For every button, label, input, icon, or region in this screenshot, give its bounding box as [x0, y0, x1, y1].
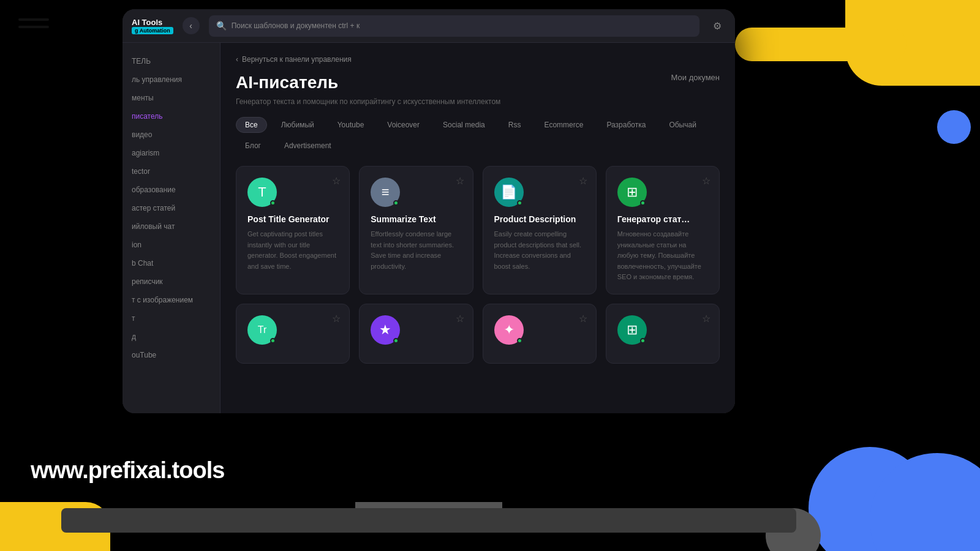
page-header: AI-писатель Мои докумен [236, 73, 720, 92]
card-icon-row2-1: Tr [247, 315, 277, 345]
hamburger-line-2 [18, 26, 49, 28]
card-icon-doc: 📄 [500, 184, 517, 200]
active-dot-1 [270, 200, 276, 206]
tab-custom[interactable]: Обычай [660, 117, 705, 133]
tab-rss[interactable]: Rss [499, 117, 530, 133]
card-title-product: Product Description [494, 214, 585, 224]
cards-grid-row1: ☆ T Post Title Generator Get captivating… [236, 166, 720, 294]
bg-blue-circle-top [937, 110, 971, 144]
star-icon-5[interactable]: ☆ [332, 313, 341, 324]
sidebar-item-image-chat[interactable]: т с изображением [123, 291, 220, 309]
star-icon-8[interactable]: ☆ [702, 313, 710, 324]
back-arrow-button[interactable]: ‹ [183, 17, 200, 34]
card-icon-grid: ⊞ [627, 184, 638, 200]
card-icon-sparkle: ✦ [503, 322, 514, 338]
card-row2-3[interactable]: ☆ ✦ [483, 304, 597, 364]
star-icon-6[interactable]: ☆ [456, 313, 464, 324]
sidebar-item-youtube[interactable]: ouTube [123, 346, 220, 364]
laptop-frame: AI Tools g Automation ‹ 🔍 Поиск шаблонов… [123, 9, 735, 413]
card-icon-row2-3: ✦ [494, 315, 524, 345]
card-icon-star: ★ [379, 322, 391, 338]
tab-blog[interactable]: Блог [236, 138, 270, 154]
tab-social-media[interactable]: Social media [434, 117, 494, 133]
app-logo-title: AI Tools [132, 18, 173, 27]
sidebar-item-image[interactable]: образование [123, 181, 220, 199]
card-icon-tr: Tr [258, 324, 267, 335]
star-icon-2[interactable]: ☆ [456, 175, 464, 187]
card-product-desc[interactable]: ☆ 📄 Product Description Easily create co… [483, 166, 597, 294]
back-chevron: ‹ [236, 55, 238, 64]
active-dot-2 [393, 200, 399, 206]
sidebar-item-0[interactable]: ТЕЛЬ [123, 52, 220, 70]
card-icon-post-title: T [247, 178, 277, 207]
card-desc-post-title: Get captivating post titles instantly wi… [247, 229, 338, 272]
card-icon-row2-4: ⊞ [617, 315, 647, 345]
sidebar-item-webchat[interactable]: b Chat [123, 254, 220, 272]
card-desc-article: Мгновенно создавайте уникальные статьи н… [617, 229, 708, 283]
card-row2-4[interactable]: ☆ ⊞ [606, 304, 720, 364]
card-icon-grid2: ⊞ [627, 322, 638, 338]
bg-yellow-pill [735, 28, 907, 61]
hamburger-menu[interactable] [18, 18, 49, 28]
card-title-summarize: Summarize Text [371, 214, 461, 224]
tab-all[interactable]: Все [236, 117, 267, 133]
my-docs-button[interactable]: Мои докумен [671, 73, 720, 82]
card-row2-1[interactable]: ☆ Tr [236, 304, 350, 364]
tab-youtube[interactable]: Youtube [328, 117, 374, 133]
app-logo-subtitle: g Automation [132, 27, 173, 34]
active-dot-4 [640, 200, 646, 206]
card-desc-product: Easily create compelling product descrip… [494, 229, 585, 272]
star-icon-4[interactable]: ☆ [702, 175, 710, 187]
tab-ecommerce[interactable]: Ecommerce [535, 117, 592, 133]
search-bar[interactable]: 🔍 Поиск шаблонов и документен ctrl + к [209, 15, 699, 37]
sidebar-item-1[interactable]: ль управления [123, 70, 220, 89]
tab-development[interactable]: Разработка [597, 117, 655, 133]
card-icon-letter-t: T [258, 184, 266, 200]
card-title-article: Генератор стат… [617, 214, 708, 224]
search-placeholder: Поиск шаблонов и документен ctrl + к [232, 21, 360, 30]
card-article-gen[interactable]: ☆ ⊞ Генератор стат… Мгновенно создавайте… [606, 166, 720, 294]
card-icon-summarize: ≡ [371, 178, 400, 207]
laptop-base [61, 508, 796, 533]
search-icon: 🔍 [216, 21, 227, 31]
website-url: www.prefixai.tools [31, 457, 224, 484]
sidebar-item-style-chat[interactable]: ийловый чат [123, 217, 220, 236]
page-subtitle: Генератор текста и помощник по копирайти… [236, 97, 720, 106]
star-icon-7[interactable]: ☆ [579, 313, 587, 324]
back-to-dashboard[interactable]: ‹ Вернуться к панели управления [236, 55, 720, 64]
sidebar-item-t[interactable]: т [123, 309, 220, 328]
sidebar-item-video[interactable]: видео [123, 126, 220, 144]
app-chrome: AI Tools g Automation ‹ 🔍 Поиск шаблонов… [123, 9, 735, 413]
sidebar-item-ion[interactable]: ion [123, 236, 220, 254]
filter-tabs: Все Любимый Youtube Voiceover Social med… [236, 117, 720, 154]
star-icon-3[interactable]: ☆ [579, 175, 587, 187]
app-body: ТЕЛЬ ль управления менты писатель видео … [123, 43, 735, 413]
tab-voiceover[interactable]: Voiceover [378, 117, 429, 133]
top-bar: AI Tools g Automation ‹ 🔍 Поиск шаблонов… [123, 9, 735, 43]
sidebar-item-detector[interactable]: tector [123, 162, 220, 181]
card-post-title[interactable]: ☆ T Post Title Generator Get captivating… [236, 166, 350, 294]
sidebar-item-repischeck[interactable]: реписчик [123, 272, 220, 291]
tab-advertisement[interactable]: Advertisement [275, 138, 341, 154]
sidebar-item-writer[interactable]: писатель [123, 107, 220, 126]
active-dot-7 [517, 338, 522, 343]
settings-icon[interactable]: ⚙ [709, 17, 726, 34]
sidebar-item-2[interactable]: менты [123, 89, 220, 107]
active-dot-6 [393, 338, 399, 343]
card-row2-2[interactable]: ☆ ★ [359, 304, 473, 364]
sidebar-item-plagiarism[interactable]: agiarism [123, 144, 220, 162]
card-desc-summarize: Effortlessly condense large text into sh… [371, 229, 461, 272]
active-dot-8 [640, 338, 646, 343]
sidebar-item-d[interactable]: д [123, 328, 220, 346]
tab-favorites[interactable]: Любимый [272, 117, 323, 133]
card-icon-row2-2: ★ [371, 315, 400, 345]
sidebar-item-articles[interactable]: астер статей [123, 199, 220, 217]
card-icon-product: 📄 [494, 178, 524, 207]
page-title: AI-писатель [236, 73, 338, 92]
main-content: ‹ Вернуться к панели управления AI-писат… [221, 43, 735, 413]
star-icon-1[interactable]: ☆ [332, 175, 341, 187]
sidebar: ТЕЛЬ ль управления менты писатель видео … [123, 43, 221, 413]
active-dot-3 [517, 200, 522, 206]
card-icon-article: ⊞ [617, 178, 647, 207]
card-summarize[interactable]: ☆ ≡ Summarize Text Effortlessly condense… [359, 166, 473, 294]
